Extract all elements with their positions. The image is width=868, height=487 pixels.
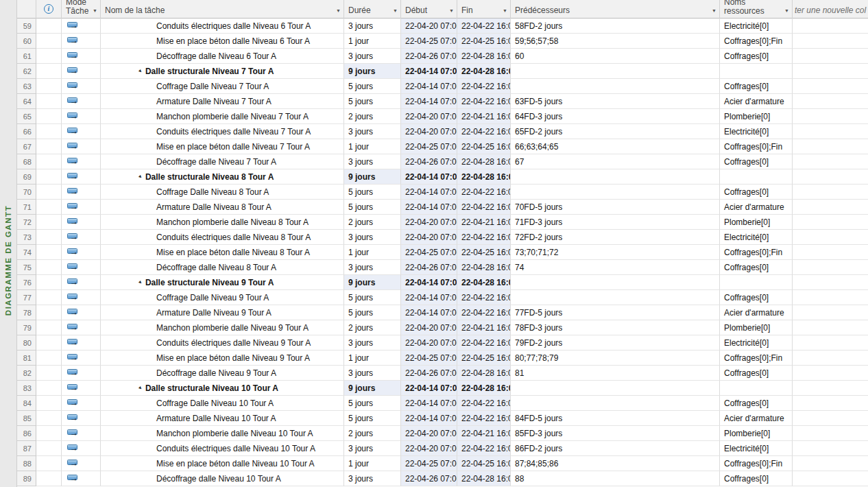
add-new-column-cell[interactable] [793, 275, 868, 290]
resource-names-cell[interactable]: Plomberie[0] [720, 109, 793, 124]
task-mode-cell[interactable]: → [62, 441, 101, 456]
row-number-cell[interactable]: 81 [17, 351, 36, 366]
duration-cell[interactable]: 3 jours [344, 154, 401, 169]
finish-date-cell[interactable]: 22-04-25 16:00 [457, 139, 511, 154]
column-header-resource-names[interactable]: Noms ressources ▼ [720, 0, 793, 19]
indicator-cell[interactable] [36, 139, 62, 154]
duration-cell[interactable]: 2 jours [344, 320, 401, 335]
resource-names-cell[interactable]: Plomberie[0] [720, 320, 793, 335]
predecessors-cell[interactable]: 84FD-5 jours [511, 411, 720, 426]
filter-arrow-icon[interactable]: ▼ [336, 8, 341, 13]
add-new-column-cell[interactable] [793, 290, 868, 305]
predecessors-cell[interactable]: 78FD-3 jours [511, 320, 720, 335]
row-number-cell[interactable]: 64 [17, 94, 36, 109]
duration-cell[interactable]: 1 jour [344, 34, 401, 49]
row-number-cell[interactable]: 83 [17, 381, 36, 396]
task-name-cell[interactable]: ▼ Coffrage Dalle Niveau 8 Tour A [101, 185, 344, 200]
column-header-task-mode[interactable]: Mode Tâche ▼ [62, 0, 101, 19]
resource-names-cell[interactable]: Plomberie[0] [720, 215, 793, 230]
select-all-corner[interactable] [17, 0, 36, 19]
finish-date-cell[interactable]: 22-04-22 16:00 [457, 396, 511, 411]
start-date-cell[interactable]: 22-04-25 07:00 [401, 139, 457, 154]
column-header-duration[interactable]: Durée ▼ [344, 0, 401, 19]
add-new-column-cell[interactable] [793, 411, 868, 426]
duration-cell[interactable]: 2 jours [344, 109, 401, 124]
add-new-column-cell[interactable] [793, 305, 868, 320]
duration-cell[interactable]: 3 jours [344, 124, 401, 139]
predecessors-cell[interactable] [511, 169, 720, 185]
indicator-cell[interactable] [36, 351, 62, 366]
predecessors-cell[interactable] [511, 64, 720, 79]
start-date-cell[interactable]: 22-04-14 07:00 [401, 396, 457, 411]
start-date-cell[interactable]: 22-04-14 07:00 [401, 64, 457, 79]
task-name-cell[interactable]: ▼ Décoffrage dalle Niveau 7 Tour A [101, 154, 344, 169]
duration-cell[interactable]: 1 jour [344, 245, 401, 260]
task-name-cell[interactable]: ▼ Mise en place béton dalle Niveau 10 To… [101, 456, 344, 471]
task-name-cell[interactable]: ▼ Conduits électriques dalle Niveau 7 To… [101, 124, 344, 139]
row-number-cell[interactable]: 69 [17, 169, 36, 185]
indicator-cell[interactable] [36, 185, 62, 200]
filter-arrow-icon[interactable]: ▼ [393, 8, 398, 13]
predecessors-cell[interactable]: 80;77;78;79 [511, 351, 720, 366]
resource-names-cell[interactable]: Coffrages[0] [720, 471, 793, 486]
row-number-cell[interactable]: 68 [17, 154, 36, 169]
row-number-cell[interactable]: 73 [17, 230, 36, 245]
predecessors-cell[interactable]: 59;56;57;58 [511, 34, 720, 49]
finish-date-cell[interactable]: 22-04-22 16:00 [457, 441, 511, 456]
finish-date-cell[interactable]: 22-04-21 16:00 [457, 426, 511, 441]
finish-date-cell[interactable]: 22-04-22 16:00 [457, 200, 511, 215]
row-number-cell[interactable]: 74 [17, 245, 36, 260]
filter-arrow-icon[interactable]: ▼ [503, 8, 507, 13]
indicator-cell[interactable] [36, 381, 62, 396]
finish-date-cell[interactable]: 22-04-28 16:00 [457, 381, 511, 396]
task-name-cell[interactable]: ▼ Dalle structurale Niveau 9 Tour A [101, 275, 344, 290]
predecessors-cell[interactable]: 67 [511, 154, 720, 169]
start-date-cell[interactable]: 22-04-14 07:00 [401, 94, 457, 109]
task-mode-cell[interactable]: → [62, 381, 101, 396]
task-name-cell[interactable]: ▼ Conduits électriques dalle Niveau 8 To… [101, 230, 344, 245]
resource-names-cell[interactable]: Coffrages[0];Fin [720, 245, 793, 260]
task-name-cell[interactable]: ▼ Manchon plomberie dalle Niveau 10 Tour… [101, 426, 344, 441]
finish-date-cell[interactable]: 22-04-22 16:00 [457, 411, 511, 426]
start-date-cell[interactable]: 22-04-26 07:00 [401, 49, 457, 64]
task-name-cell[interactable]: ▼ Dalle structurale Niveau 8 Tour A [101, 169, 344, 185]
duration-cell[interactable]: 5 jours [344, 396, 401, 411]
duration-cell[interactable]: 2 jours [344, 215, 401, 230]
start-date-cell[interactable]: 22-04-14 07:00 [401, 411, 457, 426]
indicator-cell[interactable] [36, 124, 62, 139]
task-name-cell[interactable]: ▼ Armature Dalle Niveau 10 Tour A [101, 411, 344, 426]
task-mode-cell[interactable]: → [62, 396, 101, 411]
column-header-info[interactable]: i [36, 0, 62, 19]
add-new-column-cell[interactable] [793, 320, 868, 335]
finish-date-cell[interactable]: 22-04-22 16:00 [457, 185, 511, 200]
task-name-cell[interactable]: ▼ Mise en place béton dalle Niveau 6 Tou… [101, 34, 344, 49]
task-mode-cell[interactable]: → [62, 260, 101, 275]
resource-names-cell[interactable]: Coffrages[0];Fin [720, 351, 793, 366]
add-new-column-cell[interactable] [793, 154, 868, 169]
add-new-column-cell[interactable] [793, 200, 868, 215]
resource-names-cell[interactable]: Coffrages[0] [720, 79, 793, 94]
task-name-cell[interactable]: ▼ Coffrage Dalle Niveau 9 Tour A [101, 290, 344, 305]
add-new-column-cell[interactable] [793, 471, 868, 486]
start-date-cell[interactable]: 22-04-14 07:00 [401, 200, 457, 215]
finish-date-cell[interactable]: 22-04-28 16:00 [457, 169, 511, 185]
predecessors-cell[interactable]: 64FD-3 jours [511, 109, 720, 124]
indicator-cell[interactable] [36, 441, 62, 456]
resource-names-cell[interactable]: Electricité[0] [720, 335, 793, 351]
task-name-cell[interactable]: ▼ Mise en place béton dalle Niveau 7 Tou… [101, 139, 344, 154]
predecessors-cell[interactable] [511, 275, 720, 290]
finish-date-cell[interactable]: 22-04-22 16:00 [457, 79, 511, 94]
finish-date-cell[interactable]: 22-04-28 16:00 [457, 275, 511, 290]
indicator-cell[interactable] [36, 366, 62, 381]
start-date-cell[interactable]: 22-04-20 07:00 [401, 426, 457, 441]
indicator-cell[interactable] [36, 64, 62, 79]
row-number-cell[interactable]: 61 [17, 49, 36, 64]
start-date-cell[interactable]: 22-04-20 07:00 [401, 230, 457, 245]
duration-cell[interactable]: 5 jours [344, 79, 401, 94]
add-new-column-cell[interactable] [793, 79, 868, 94]
finish-date-cell[interactable]: 22-04-21 16:00 [457, 320, 511, 335]
finish-date-cell[interactable]: 22-04-28 16:00 [457, 49, 511, 64]
indicator-cell[interactable] [36, 456, 62, 471]
finish-date-cell[interactable]: 22-04-28 16:00 [457, 154, 511, 169]
start-date-cell[interactable]: 22-04-14 07:00 [401, 79, 457, 94]
